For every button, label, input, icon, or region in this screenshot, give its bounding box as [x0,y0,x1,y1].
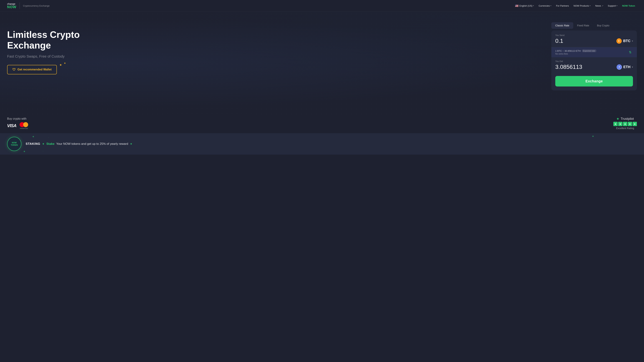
nav-now-token-label: NOW Token [622,5,635,7]
now-token-text: NOWTOKEN [11,142,18,146]
get-field-row: 3.0856113 ETH ▾ [555,64,633,70]
chevron-down-icon: ▾ [590,5,590,7]
send-section: You Send ₿ BTC ▾ [551,31,637,47]
star-decoration-2: ★ [64,62,66,64]
get-coin-select[interactable]: ETH ▾ [616,64,633,70]
sparkle-2: ✦ [23,150,26,153]
hero-subtitle: Fast Crypto Swaps, Free of Custody [7,54,551,59]
payment-logos: VISA mastercard [7,122,28,129]
nav-news-label: News [595,5,601,7]
trustpilot-header: ★ Trustpilot [613,117,637,121]
trustpilot-section: ★ Trustpilot ★ ★ ★ ★ ★ Excellent Rating [613,117,637,130]
tab-classic-rate[interactable]: Classic Rate [551,22,573,29]
navbar: change NOW Cryptocurrency Exchange 🇺🇸 En… [0,0,644,12]
nav-currencies-label: Currencies [538,5,550,7]
mastercard-logo [20,122,28,127]
nav-language[interactable]: 🇺🇸 English (US) ▾ [513,3,536,9]
tp-star-5: ★ [632,122,637,126]
chevron-down-icon: ▾ [533,5,534,7]
logo-change: change [7,3,16,5]
get-wallet-button[interactable]: 🛡 Get recommended Wallet ★ ★ [7,65,57,74]
nav-support-label: Support [608,5,616,7]
send-coin-name: BTC [623,39,630,43]
nav-for-partners-label: For Partners [556,5,569,7]
nav-language-label: English (US) [519,5,532,7]
sparkle-3: ✦ [592,135,594,138]
buy-crypto-label: Buy crypto with [7,117,28,120]
swap-arrows-button[interactable]: ⇅ [627,49,633,55]
nav-divider [20,3,20,9]
rate-value: 1 BTC ~ 30.856113 ETH [555,50,581,52]
nav-now-token[interactable]: NOW Token [620,4,637,8]
tp-star-3: ★ [623,122,627,126]
rate-info-left: 1 BTC ~ 30.856113 ETH Expected rate No e… [555,49,596,55]
tab-fixed-rate[interactable]: Fixed Rate [573,22,593,29]
nav-support[interactable]: Support ▾ [606,4,620,8]
tp-star-1: ★ [613,122,618,126]
exchange-widget: Classic Rate Fixed Rate Buy Crypto You S… [551,22,637,90]
get-coin-name: ETH [623,65,630,69]
rate-tabs: Classic Rate Fixed Rate Buy Crypto [551,22,637,29]
coin-chevron-icon: ▾ [632,66,633,68]
hero-title: Limitless Crypto Exchange [7,30,107,51]
staking-arrow-icon: ✦ [42,142,44,146]
nav-now-products[interactable]: NOW Products ▾ [572,4,592,8]
btc-icon: ₿ [616,38,622,44]
svg-text:₿: ₿ [618,40,620,42]
trustpilot-rating: Excellent Rating [613,127,637,130]
rate-text: 1 BTC ~ 30.856113 ETH Expected rate [555,49,596,52]
staking-banner: ✦ ✦ ✦ · · NOWTOKEN STAKING ✦ Stake Your … [0,133,644,155]
send-label: You Send [555,34,633,37]
sparkle-4: · [48,136,49,138]
tp-star-2: ★ [618,122,622,126]
chevron-down-icon: ▾ [550,5,551,7]
nav-currencies[interactable]: Currencies ▾ [537,4,553,8]
bottom-section: Buy crypto with VISA mastercard ★ Trustp… [0,115,644,133]
staking-link[interactable]: Stake [46,142,54,146]
nav-for-partners[interactable]: For Partners [554,4,570,8]
hero-section: Limitless Crypto Exchange Fast Crypto Sw… [0,12,644,115]
exchange-card: You Send ₿ BTC ▾ [551,31,637,90]
staking-content: STAKING ✦ Stake Your NOW tokens and get … [26,142,132,146]
trustpilot-stars: ★ ★ ★ ★ ★ [613,122,637,126]
flag-icon: 🇺🇸 [515,4,518,8]
sparkle-5: · [43,150,43,152]
mastercard-orange-circle [23,122,28,127]
get-amount: 3.0856113 [555,64,591,70]
sparkle-1: ✦ [32,135,34,138]
nav-now-products-label: NOW Products [574,5,589,7]
shield-icon: 🛡 [12,68,16,72]
nav-items: 🇺🇸 English (US) ▾ Currencies ▾ For Partn… [513,3,637,9]
hero-left: Limitless Crypto Exchange Fast Crypto Sw… [7,22,551,74]
nav-news[interactable]: News ↗ [594,4,605,8]
mastercard-wrap: mastercard [20,122,28,129]
tab-buy-crypto[interactable]: Buy Crypto [593,22,613,29]
expected-rate-badge: Expected rate [582,49,596,52]
now-token-circle: NOWTOKEN [7,137,22,151]
nav-subtitle: Cryptocurrency Exchange [23,5,50,7]
mastercard-text: mastercard [20,128,28,129]
send-field-row: ₿ BTC ▾ [555,38,633,44]
eth-icon [616,64,622,70]
send-amount-input[interactable] [555,38,591,44]
no-extra-fees: No extra fees [555,53,596,55]
star-decoration-1: ★ [60,64,62,66]
visa-logo: VISA [7,123,16,128]
coin-chevron-icon: ▾ [632,40,633,42]
staking-label: STAKING [26,142,40,146]
logo-now: NOW [7,5,16,9]
staking-plus-icon: ✦ [130,142,132,146]
logo[interactable]: change NOW [7,3,16,9]
buy-crypto-section: Buy crypto with VISA mastercard [7,117,28,129]
exchange-button[interactable]: Exchange [555,76,633,87]
wallet-btn-label: Get recommended Wallet [18,68,52,71]
staking-description: Your NOW tokens and get up to 25% of yea… [56,142,128,146]
trustpilot-star-icon: ★ [616,117,619,121]
rate-info-band: 1 BTC ~ 30.856113 ETH Expected rate No e… [551,47,637,57]
get-section: You Get 3.0856113 ETH ▾ [551,57,637,74]
trustpilot-name: Trustpilot [621,117,634,121]
tp-star-4: ★ [628,122,632,126]
send-coin-select[interactable]: ₿ BTC ▾ [616,38,633,44]
get-label: You Get [555,60,633,63]
external-link-icon: ↗ [602,5,603,7]
